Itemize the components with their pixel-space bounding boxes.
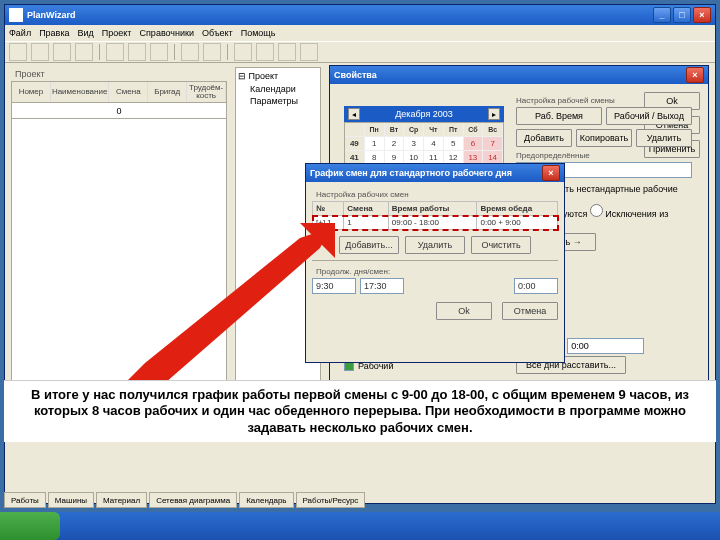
menu-edit[interactable]: Правка	[39, 28, 69, 38]
main-titlebar: PlanWizard _ □ ×	[5, 5, 715, 25]
left-center-value: 0	[116, 106, 121, 116]
app-title: PlanWizard	[27, 10, 75, 20]
menu-refs[interactable]: Справочники	[140, 28, 195, 38]
dlg2-cancel[interactable]: Отмена	[502, 302, 558, 320]
tab-works[interactable]: Работы	[4, 492, 46, 508]
dlg2-del[interactable]: Удалить	[405, 236, 465, 254]
dlg2-clear[interactable]: Очистить	[471, 236, 531, 254]
start-button[interactable]	[0, 512, 60, 540]
dlg1-titlebar: Свойства ×	[330, 66, 708, 84]
col-brig: Бригад	[148, 82, 187, 102]
work-time-btn[interactable]: Раб. Время	[516, 107, 602, 125]
tb-copy[interactable]	[128, 43, 146, 61]
taskbar	[0, 512, 720, 540]
dlg2-bottom: Ok Отмена	[312, 302, 558, 320]
th-work: Время работы	[388, 202, 477, 216]
dlg2-add[interactable]: Добавить...	[339, 236, 399, 254]
shift-table[interactable]: № Смена Время работы Время обеда [+] 1 1…	[312, 201, 558, 230]
calendar: ◂ Декабря 2003 ▸ ПнВтСрЧтПтСбВс 49 12345…	[344, 106, 504, 166]
left-grid-header: Номер Наименование Смена Бригад Трудоём-…	[11, 81, 227, 103]
shift-row-1[interactable]: [+] 1 1 09:00 - 18:00 0:00 + 9:00	[313, 216, 558, 230]
btn-add[interactable]: Добавить	[516, 129, 572, 147]
settings-label: Настройка рабочей смены	[516, 96, 692, 105]
col-num: Номер	[12, 82, 51, 102]
dlg2-ok[interactable]: Ok	[436, 302, 492, 320]
left-grid-body[interactable]	[11, 119, 227, 419]
tb-save[interactable]	[53, 43, 71, 61]
tab-network[interactable]: Сетевая диаграмма	[149, 492, 237, 508]
btn-del[interactable]: Удалить	[636, 129, 692, 147]
tb-props[interactable]	[234, 43, 252, 61]
btn-copy[interactable]: Копировать	[576, 129, 632, 147]
menu-file[interactable]: Файл	[9, 28, 31, 38]
cell-lunch: 0:00 + 9:00	[477, 216, 558, 230]
bottom-tabs: Работы Машины Материал Сетевая диаграмма…	[4, 492, 365, 508]
dlg2-group: Настройка рабочих смен	[316, 190, 558, 199]
dlg2-titlebar: График смен для стандартного рабочего дн…	[306, 164, 564, 182]
dur-field[interactable]: 0:00	[567, 338, 644, 354]
cal-grid[interactable]: ПнВтСрЧтПтСбВс 49 1234567 41 89101112131…	[344, 122, 504, 166]
toolbar	[5, 41, 715, 63]
break-dur[interactable]: 0:00	[514, 278, 558, 294]
break-from[interactable]: 9:30	[312, 278, 356, 294]
th-num: №	[313, 202, 344, 216]
tb-print[interactable]	[75, 43, 93, 61]
col-name: Наименование	[51, 82, 109, 102]
add-label: Предопределённые	[516, 151, 692, 160]
col-labor: Трудоём-кость	[187, 82, 226, 102]
dlg1-title: Свойства	[334, 70, 377, 80]
break-to[interactable]: 17:30	[360, 278, 404, 294]
dlg1-close[interactable]: ×	[686, 67, 704, 83]
tb-redo[interactable]	[203, 43, 221, 61]
tab-machines[interactable]: Машины	[48, 492, 94, 508]
tb-new[interactable]	[9, 43, 27, 61]
dlg2-close[interactable]: ×	[542, 165, 560, 181]
close-button[interactable]: ×	[693, 7, 711, 23]
calendar-header: ◂ Декабря 2003 ▸	[344, 106, 504, 122]
cal-prev[interactable]: ◂	[348, 108, 360, 120]
tb-undo[interactable]	[181, 43, 199, 61]
th-lunch: Время обеда	[477, 202, 558, 216]
tab-calendar[interactable]: Календарь	[239, 492, 293, 508]
tab-material[interactable]: Материал	[96, 492, 147, 508]
menu-help[interactable]: Помощь	[241, 28, 276, 38]
menu-project[interactable]: Проект	[102, 28, 132, 38]
tb-calendar[interactable]	[256, 43, 274, 61]
tb-cut[interactable]	[106, 43, 124, 61]
menu-view[interactable]: Вид	[78, 28, 94, 38]
maximize-button[interactable]: □	[673, 7, 691, 23]
dlg2-btnrow: Добавить... Удалить Очистить	[312, 236, 558, 254]
tb-filter[interactable]	[278, 43, 296, 61]
cal-next[interactable]: ▸	[488, 108, 500, 120]
dlg2-title: График смен для стандартного рабочего дн…	[310, 168, 512, 178]
tb-sort[interactable]	[300, 43, 318, 61]
cell-num: [+] 1	[313, 216, 344, 230]
col-shift: Смена	[109, 82, 148, 102]
caption-text: В итоге у нас получился график работы пе…	[4, 380, 716, 442]
th-name: Смена	[344, 202, 389, 216]
tree-root[interactable]: ⊟ Проект	[238, 70, 318, 83]
break-group: Продолж. дня/смен: 9:30 17:30 0:00	[312, 260, 558, 294]
shift-dialog: График смен для стандартного рабочего дн…	[305, 163, 565, 363]
minimize-button[interactable]: _	[653, 7, 671, 23]
tab-works-res[interactable]: Работы/Ресурс	[296, 492, 366, 508]
work-break-btn[interactable]: Рабочий / Выход	[606, 107, 692, 125]
cell-work: 09:00 - 18:00	[388, 216, 477, 230]
break-label: Продолж. дня/смен:	[316, 267, 558, 276]
menu-object[interactable]: Объект	[202, 28, 233, 38]
tree-params[interactable]: Параметры	[250, 95, 318, 108]
app-icon	[9, 8, 23, 22]
tb-paste[interactable]	[150, 43, 168, 61]
menubar: Файл Правка Вид Проект Справочники Объек…	[5, 25, 715, 41]
tree-calendars[interactable]: Календари	[250, 83, 318, 96]
cal-month: Декабря 2003	[395, 109, 453, 119]
cell-name: 1	[344, 216, 389, 230]
left-panel: Проект Номер Наименование Смена Бригад Т…	[11, 67, 227, 427]
left-grid-totalrow: 0	[11, 103, 227, 119]
tb-open[interactable]	[31, 43, 49, 61]
left-group-label: Проект	[15, 69, 227, 79]
